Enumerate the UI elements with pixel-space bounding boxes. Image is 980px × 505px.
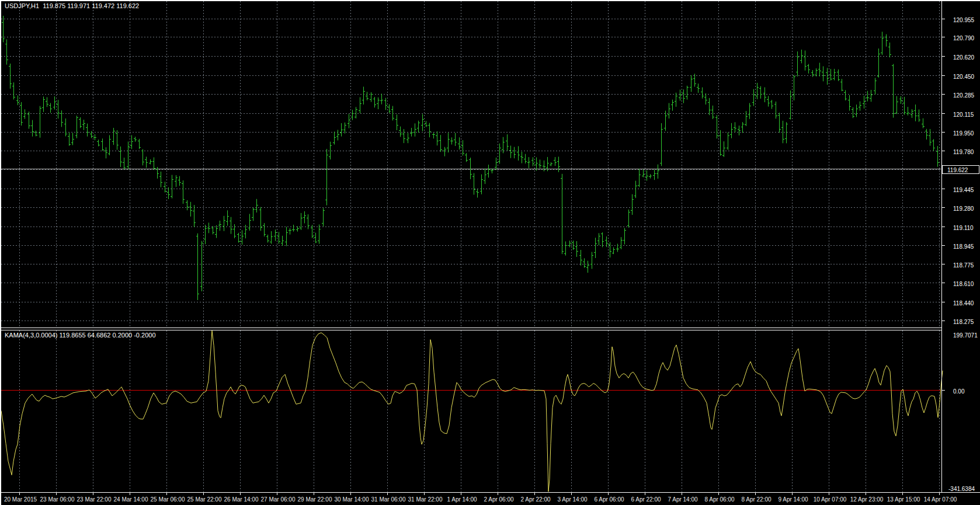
indicator-values-label: 119.8655 64.6862 0.2000 -0.2000 — [60, 332, 156, 339]
time-axis-label: 1 Apr 14:00 — [447, 496, 477, 503]
price-axis-label: 120.620 — [953, 54, 974, 61]
time-axis-label: 30 Mar 14:00 — [335, 496, 369, 503]
time-axis-label: 23 Mar 06:00 — [40, 496, 75, 503]
price-axis-label: 120.115 — [953, 112, 974, 118]
price-axis-label: 118.945 — [953, 243, 974, 250]
time-axis-label: 3 Apr 14:00 — [557, 496, 587, 503]
symbol-period-label: USDJPY,H1 — [5, 2, 39, 9]
time-axis-label: 6 Apr 22:00 — [631, 496, 661, 503]
price-axis-label: 120.450 — [953, 74, 974, 80]
price-axis-label: 119.780 — [953, 149, 974, 155]
subwindow-zero-label: 0.00 — [953, 388, 964, 395]
price-axis-label: 119.445 — [953, 187, 974, 193]
time-axis-label: 23 Mar 22:00 — [77, 496, 112, 503]
price-axis-label: 120.955 — [953, 17, 974, 23]
time-axis-label: 26 Mar 14:00 — [224, 496, 259, 503]
time-axis-label: 31 Mar 22:00 — [408, 496, 443, 503]
price-axis-label: 118.610 — [953, 281, 974, 287]
time-axis-label: 25 Mar 06:00 — [151, 496, 185, 503]
price-axis-label: 119.280 — [953, 206, 974, 212]
current-price-box: 119.622 — [942, 165, 979, 174]
mt4-chart-window: USDJPY,H1 119.875 119.971 119.472 119.62… — [0, 0, 980, 505]
symbol-title: USDJPY,H1 119.875 119.971 119.472 119.62… — [5, 2, 139, 10]
time-axis-label: 27 Mar 06:00 — [261, 496, 296, 503]
price-axis-label: 118.775 — [953, 262, 974, 269]
axis-frame-lines — [0, 0, 980, 495]
indicator-title: KAMA(4,3,0.0004) 119.8655 64.6862 0.2000… — [5, 332, 156, 339]
price-axis-label: 120.285 — [953, 92, 974, 99]
time-axis-label: 8 Apr 22:00 — [741, 496, 771, 503]
time-axis-label: 13 Apr 15:00 — [887, 496, 920, 503]
time-axis-label: 29 Mar 22:00 — [298, 496, 332, 503]
time-axis-label: 24 Mar 14:00 — [114, 496, 148, 503]
price-axis-label: 119.950 — [953, 130, 974, 137]
subwindow-max-label: 199.7071 — [953, 332, 978, 339]
time-axis-label: 10 Apr 07:00 — [814, 496, 847, 503]
time-axis-label: 2 Apr 22:00 — [520, 496, 550, 503]
ohlc-bars — [2, 16, 939, 300]
price-axis-label: 120.790 — [953, 35, 974, 41]
time-axis-label: 2 Apr 06:00 — [484, 496, 513, 503]
time-axis-label: 8 Apr 06:00 — [704, 496, 734, 503]
chart-canvas[interactable] — [0, 0, 980, 505]
time-axis-label: 31 Mar 06:00 — [371, 496, 406, 503]
time-axis-label: 25 Mar 22:00 — [187, 496, 222, 503]
time-axis-label: 7 Apr 14:00 — [668, 496, 697, 503]
price-axis-label: 118.275 — [953, 319, 974, 325]
time-axis-label: 9 Apr 14:00 — [778, 496, 808, 503]
price-axis-label: 119.110 — [953, 225, 974, 231]
indicator-name-label: KAMA(4,3,0.0004) — [5, 332, 58, 339]
ohlc-values-label: 119.875 119.971 119.472 119.622 — [43, 2, 139, 9]
time-axis-label: 12 Apr 23:00 — [850, 496, 884, 503]
time-axis-label: 14 Apr 07:00 — [924, 496, 957, 503]
price-axis-label: 118.440 — [953, 300, 974, 307]
time-axis-label: 20 Mar 2015 — [4, 496, 37, 503]
kama-line — [1, 330, 943, 492]
grid-lines — [1, 1, 941, 492]
time-axis-label: 6 Apr 06:00 — [594, 496, 624, 503]
subwindow-min-label: -341.6384 — [948, 486, 975, 492]
